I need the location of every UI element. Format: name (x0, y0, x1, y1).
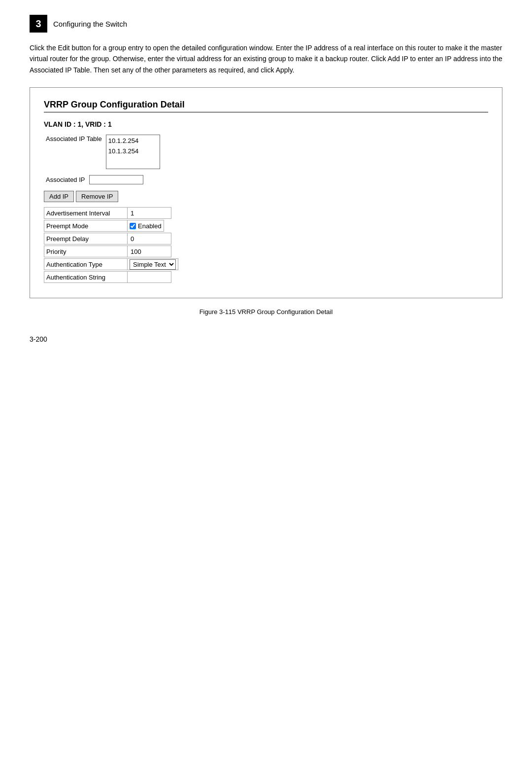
preempt-mode-checkbox[interactable] (130, 223, 136, 229)
advertisement-interval-label: Advertisement Interval (44, 207, 128, 219)
preempt-mode-checkbox-label[interactable]: Enabled (130, 222, 162, 230)
fields-section: Advertisement Interval Preempt Mode Enab… (44, 207, 488, 283)
preempt-delay-row: Preempt Delay (44, 233, 488, 245)
preempt-mode-row: Preempt Mode Enabled (44, 220, 488, 232)
chapter-title: Configuring the Switch (53, 20, 127, 28)
auth-type-value[interactable]: None Simple Text MD5 (128, 258, 178, 270)
panel-divider (44, 112, 488, 112)
preempt-mode-value[interactable]: Enabled (128, 220, 164, 232)
page-number: 3-200 (30, 335, 502, 343)
associated-ip-input[interactable] (89, 175, 143, 184)
page-header: 3 Configuring the Switch (30, 15, 502, 33)
auth-string-label: Authentication String (44, 271, 128, 283)
associated-ip-table-label: Associated IP Table (44, 133, 104, 171)
chapter-icon: 3 (30, 15, 47, 33)
remove-ip-button[interactable]: Remove IP (76, 191, 118, 202)
associated-ip-list[interactable]: 10.1.2.254 10.1.3.254 (106, 135, 160, 169)
priority-value[interactable] (128, 246, 171, 257)
associated-ip-input-row: Associated IP (44, 174, 145, 186)
vrrp-panel: VRRP Group Configuration Detail VLAN ID … (30, 87, 502, 298)
advertisement-interval-value[interactable] (128, 207, 171, 219)
advertisement-interval-row: Advertisement Interval (44, 207, 488, 219)
preempt-delay-value[interactable] (128, 233, 171, 245)
auth-string-row: Authentication String (44, 271, 488, 283)
auth-type-row: Authentication Type None Simple Text MD5 (44, 258, 488, 270)
preempt-mode-label: Preempt Mode (44, 220, 128, 232)
priority-row: Priority (44, 246, 488, 257)
panel-title: VRRP Group Configuration Detail (44, 100, 488, 110)
vlan-id-label: VLAN ID : 1, VRID : 1 (44, 120, 488, 128)
preempt-mode-text: Enabled (138, 222, 162, 230)
preempt-delay-label: Preempt Delay (44, 233, 128, 245)
priority-label: Priority (44, 246, 128, 257)
auth-type-label: Authentication Type (44, 258, 128, 270)
intro-text: Click the Edit button for a group entry … (30, 42, 502, 75)
auth-string-value[interactable] (128, 271, 171, 283)
preempt-delay-input[interactable] (130, 234, 169, 244)
advertisement-interval-input[interactable] (130, 208, 169, 218)
figure-caption: Figure 3-115 VRRP Group Configuration De… (30, 308, 502, 316)
ip-buttons: Add IP Remove IP (44, 191, 488, 202)
auth-type-select[interactable]: None Simple Text MD5 (130, 259, 176, 270)
priority-input[interactable] (130, 246, 169, 256)
associated-ip-table-section: Associated IP Table 10.1.2.254 10.1.3.25… (44, 133, 162, 171)
ip-value-1: 10.1.2.254 (108, 136, 158, 146)
add-ip-button[interactable]: Add IP (44, 191, 74, 202)
associated-ip-label: Associated IP (44, 174, 87, 186)
auth-string-input[interactable] (130, 272, 169, 282)
ip-value-2: 10.1.3.254 (108, 146, 158, 157)
